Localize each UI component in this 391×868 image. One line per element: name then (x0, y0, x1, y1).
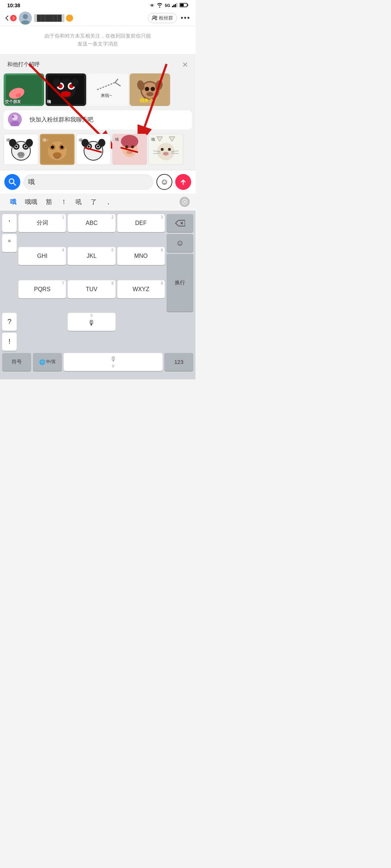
chat-bubble: 快加入粉丝群和我聊天吧 (25, 112, 188, 127)
key-degree[interactable]: ° (2, 234, 17, 252)
back-button[interactable]: 3 (5, 15, 17, 21)
svg-rect-5 (188, 4, 188, 6)
symbols-label: 符号 (12, 359, 22, 365)
key-3-def[interactable]: 3 DEF (117, 214, 165, 232)
verified-badge (66, 14, 73, 22)
svg-line-26 (115, 79, 118, 82)
svg-text:哦~: 哦~ (43, 138, 49, 142)
suggestion-delete-button[interactable] (180, 197, 190, 207)
suggestion-3[interactable]: ！ (56, 196, 71, 208)
sticker-2-label: 嗨 (47, 99, 51, 105)
status-icons: 👁 5G (150, 3, 188, 9)
input-area: ☺ (0, 170, 196, 193)
send-button[interactable] (175, 174, 191, 190)
nav-bar: 3 ██████ 粉丝群 ••• (0, 10, 196, 26)
svg-text:哦: 哦 (115, 137, 119, 141)
fans-group-button[interactable]: 粉丝群 (148, 13, 177, 23)
sticker-b3[interactable]: 哦~ (76, 134, 111, 165)
svg-point-51 (17, 152, 25, 157)
5g-label: 5G (165, 3, 170, 8)
suggestion-6[interactable]: ， (101, 196, 116, 208)
sticker-1[interactable]: 交个朋友 (4, 73, 44, 106)
mic-icon: 🎙 (88, 319, 95, 327)
key-0-space[interactable]: 0 🎙 (68, 313, 115, 331)
svg-text:我来了: 我来了 (139, 98, 153, 103)
top-sticker-row: 交个朋友 嗨 来啦~ (0, 72, 196, 107)
key-exclamation[interactable]: ! (2, 333, 17, 351)
key-7-pqrs[interactable]: 7 PQRS (18, 280, 66, 298)
svg-point-21 (61, 91, 71, 97)
suggestion-2[interactable]: 豁 (42, 196, 56, 208)
key-1-fenci[interactable]: 1 分词 (18, 214, 66, 232)
key-9-wxyz[interactable]: 9 WXYZ (117, 280, 165, 298)
svg-point-85 (161, 148, 164, 151)
emoji-button[interactable]: ☺ (156, 174, 172, 190)
sticker-4[interactable]: 我来了 (130, 73, 170, 106)
svg-marker-92 (157, 137, 163, 141)
suggestion-5[interactable]: 了 (86, 196, 101, 208)
svg-point-80 (131, 145, 134, 148)
suggestion-1[interactable]: 哦哦 (21, 196, 42, 208)
svg-point-61 (53, 152, 62, 158)
suggestion-4[interactable]: 吼 (71, 196, 86, 208)
backspace-button[interactable] (167, 214, 193, 232)
chat-message-row: 快加入粉丝群和我聊天吧 (4, 110, 192, 129)
sticker-3[interactable]: 来啦~ (88, 73, 128, 106)
svg-point-78 (121, 135, 138, 148)
key-question[interactable]: ? (2, 313, 17, 331)
key-comma[interactable]: ' (2, 214, 17, 232)
back-badge: 3 (10, 15, 17, 21)
enter-key[interactable]: 换行 (167, 254, 193, 312)
sticker-2[interactable]: 嗨 (46, 73, 86, 106)
svg-point-22 (53, 78, 60, 87)
greeting-header: 和他打个招呼 ✕ (0, 58, 196, 72)
text-input[interactable] (23, 174, 154, 190)
svg-text:来啦~: 来啦~ (101, 93, 112, 98)
svg-point-23 (71, 78, 79, 87)
emoji-keyboard-button[interactable]: ☺ (167, 234, 193, 252)
key-5-jkl[interactable]: 5 JKL (68, 247, 115, 265)
svg-point-70 (88, 145, 90, 148)
lang-globe-icon: 🌐 (39, 359, 45, 365)
svg-point-8 (23, 14, 28, 19)
svg-point-33 (146, 92, 154, 96)
space-mic-icon: 🎙 (110, 356, 117, 363)
key-6-mno[interactable]: 6 MNO (117, 247, 165, 265)
sticker-b2[interactable]: 哦~ (40, 134, 75, 165)
key-8-tuv[interactable]: 8 TUV (68, 280, 115, 298)
key-4-ghi[interactable]: 4 GHI (18, 247, 66, 265)
sticker-b1[interactable]: 哦~ (4, 134, 38, 165)
space-key[interactable]: 🎙 0 (64, 353, 163, 371)
num-123-key[interactable]: 123 (164, 353, 193, 371)
svg-point-31 (145, 87, 149, 91)
svg-point-63 (62, 139, 69, 147)
enter-label: 换行 (175, 280, 185, 286)
sender-avatar (8, 112, 22, 126)
chat-message-text: 快加入粉丝群和我聊天吧 (30, 116, 93, 123)
symbols-key[interactable]: 符号 (2, 353, 31, 371)
svg-line-24 (97, 82, 115, 90)
key-2-abc[interactable]: 2 ABC (68, 214, 115, 232)
svg-point-42 (12, 116, 14, 118)
sticker-b4[interactable]: 哦 (112, 134, 147, 165)
more-button[interactable]: ••• (181, 14, 190, 22)
svg-point-60 (60, 146, 63, 149)
svg-marker-93 (169, 137, 175, 141)
svg-rect-3 (176, 3, 177, 7)
svg-point-86 (168, 148, 171, 151)
svg-point-50 (25, 145, 27, 148)
sticker-1-label: 交个朋友 (5, 99, 21, 105)
suggestions-bar: 哦 哦哦 豁 ！ 吼 了 ， (0, 193, 196, 211)
search-icon-button[interactable] (4, 174, 20, 190)
greeting-close-button[interactable]: ✕ (182, 60, 188, 69)
suggestion-0[interactable]: 哦 (6, 196, 21, 208)
lang-key[interactable]: 🌐 中/英 (33, 353, 62, 371)
sticker-b5[interactable]: 哦 (148, 134, 183, 165)
svg-point-53 (26, 139, 33, 147)
wifi-icon (156, 3, 163, 9)
lang-label: 中/英 (46, 359, 56, 365)
battery-icon (180, 3, 188, 8)
svg-point-10 (153, 16, 155, 18)
svg-point-71 (97, 145, 99, 148)
notice-text: 由于你和对方未互相关注，在收到回复前你只能 发送一条文字消息 (45, 33, 151, 47)
